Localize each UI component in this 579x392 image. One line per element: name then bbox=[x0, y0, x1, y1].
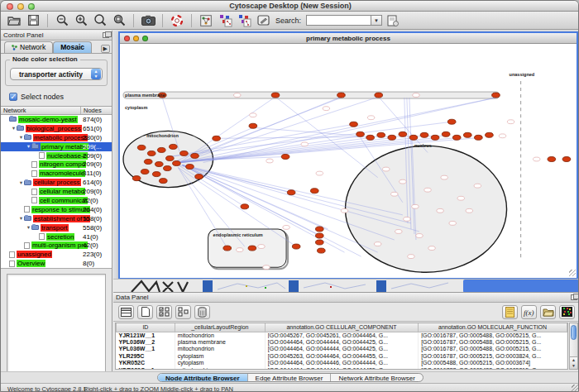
network-node[interactable] bbox=[315, 240, 323, 245]
table-row[interactable]: YPL036W__2plasma membrane[GO:0044464, GO… bbox=[117, 338, 567, 345]
tree-row[interactable]: ▼primary metabo209(... bbox=[1, 142, 112, 151]
network-node[interactable] bbox=[241, 204, 249, 209]
tree-row[interactable]: response to stimulu264(0) bbox=[1, 205, 112, 214]
tree-row[interactable]: nitrogen compo209(0) bbox=[1, 160, 112, 169]
network-node[interactable] bbox=[317, 248, 325, 253]
select-nodes-checkbox[interactable]: ✓ bbox=[9, 93, 17, 101]
tree-row[interactable]: nucleobase-c209(0) bbox=[1, 151, 112, 160]
network-node[interactable] bbox=[377, 132, 385, 137]
table-cell[interactable]: [GO:0045263, GO:0044464, GO:0044455, G..… bbox=[265, 352, 418, 359]
network-node[interactable] bbox=[562, 156, 571, 161]
attribute-dialog-icon[interactable] bbox=[385, 13, 401, 28]
network-node[interactable] bbox=[248, 246, 256, 251]
network-node[interactable] bbox=[144, 159, 152, 164]
network-node[interactable] bbox=[155, 162, 163, 167]
tree-column-network[interactable]: Network bbox=[1, 107, 81, 114]
table-row[interactable]: YLR295Ccytoplasm[GO:0045263, GO:0044464,… bbox=[117, 352, 567, 359]
network-node[interactable] bbox=[409, 135, 418, 140]
table-cell[interactable]: [GO:0044464, GO:0044444, GO:0044425, G..… bbox=[265, 338, 418, 345]
network-node[interactable] bbox=[152, 172, 160, 177]
node-color-select[interactable]: transporter activity ▲▼ bbox=[10, 68, 103, 80]
network-node[interactable] bbox=[492, 93, 500, 98]
network-node[interactable] bbox=[463, 132, 471, 137]
background-window-fragment[interactable] bbox=[376, 280, 386, 292]
table-row[interactable]: YKR052Ccytoplasm[GO:0044464, GO:0044446,… bbox=[117, 360, 567, 366]
network-node[interactable] bbox=[375, 93, 383, 98]
network-node[interactable] bbox=[287, 190, 295, 195]
network-node[interactable] bbox=[213, 136, 221, 141]
network-node[interactable] bbox=[132, 176, 141, 181]
network-window-titlebar[interactable]: primary metabolic process bbox=[120, 33, 577, 44]
unselect-attributes-icon[interactable] bbox=[175, 305, 191, 319]
tree-row[interactable]: ▼transport558(0) bbox=[1, 223, 112, 232]
table-cell[interactable]: YKR052C bbox=[117, 360, 175, 366]
birds-eye-view[interactable] bbox=[7, 274, 106, 376]
expander-icon[interactable]: ▼ bbox=[18, 216, 24, 221]
function-builder-icon[interactable]: f(x) bbox=[521, 305, 537, 319]
annotation-icon[interactable] bbox=[255, 13, 271, 28]
table-scrollbar[interactable]: ▲▼ bbox=[569, 323, 578, 370]
tree-row[interactable]: unassigned223(0) bbox=[1, 250, 112, 259]
network-node[interactable] bbox=[486, 132, 494, 137]
table-cell[interactable]: [GO:0044464, GO:0044446, GO:0044444, G..… bbox=[265, 360, 418, 366]
tree-row[interactable]: mosaic-demo-yeast874(0) bbox=[1, 115, 112, 124]
network-node[interactable] bbox=[137, 145, 146, 150]
camera-icon[interactable] bbox=[140, 13, 156, 28]
network-node[interactable] bbox=[271, 93, 280, 98]
heatmap-icon[interactable] bbox=[559, 305, 575, 319]
table-cell[interactable]: YPL036W__1 bbox=[117, 346, 175, 352]
background-window-fragment[interactable] bbox=[203, 280, 213, 292]
table-cell[interactable]: [GO:0016787, GO:0005488, GO:0005215, G..… bbox=[419, 332, 567, 338]
network-node[interactable] bbox=[399, 131, 407, 136]
table-cell[interactable]: [GO:0016787, GO:0005488, GO:0005215, G..… bbox=[419, 346, 567, 352]
table-cell[interactable]: [GO:0045267, GO:0045261, GO:0044464, G..… bbox=[265, 332, 418, 338]
help-lifesaver-icon[interactable] bbox=[169, 13, 185, 28]
table-cell[interactable]: [GO:0005488, GO:0005215, GO:0003674] bbox=[419, 360, 567, 366]
network-node[interactable] bbox=[173, 161, 181, 166]
network-node[interactable] bbox=[452, 135, 461, 140]
table-cell[interactable]: YPL036W__2 bbox=[117, 338, 175, 345]
network-node[interactable] bbox=[157, 147, 165, 152]
table-cell[interactable]: YJR121W__1 bbox=[117, 332, 175, 338]
network-node[interactable] bbox=[350, 122, 358, 127]
tab-edge-attribute-browser[interactable]: Edge Attribute Browser bbox=[248, 374, 332, 381]
layout-edges-icon[interactable] bbox=[236, 13, 252, 28]
tree-row[interactable]: ▼metabolic process280(0) bbox=[1, 133, 112, 142]
column-header[interactable]: ID bbox=[117, 323, 175, 332]
network-node[interactable] bbox=[170, 144, 178, 149]
network-node[interactable] bbox=[388, 135, 396, 140]
open-file-icon[interactable] bbox=[6, 13, 22, 28]
import-attributes-icon[interactable] bbox=[540, 305, 556, 319]
network-node[interactable] bbox=[195, 174, 203, 179]
network-canvas[interactable]: plasma membranecytoplasmmitochondrionnuc… bbox=[120, 44, 577, 278]
float-data-panel-icon[interactable] bbox=[571, 294, 577, 300]
network-node[interactable] bbox=[315, 227, 323, 232]
background-window-fragment[interactable] bbox=[463, 280, 579, 293]
tree-row[interactable]: cellular metabo209(0) bbox=[1, 187, 112, 196]
expander-icon[interactable]: ▼ bbox=[11, 126, 17, 131]
network-node[interactable] bbox=[166, 155, 175, 160]
network-node[interactable] bbox=[141, 170, 149, 174]
network-node[interactable] bbox=[163, 166, 171, 171]
scrollbar-arrows[interactable]: ▲▼ bbox=[570, 356, 577, 369]
table-cell[interactable]: YLR295C bbox=[117, 352, 175, 359]
tree-row[interactable]: ▼cellular process614(0) bbox=[1, 178, 112, 187]
network-node[interactable] bbox=[356, 131, 365, 136]
attribute-table-icon[interactable] bbox=[118, 305, 134, 319]
network-resize-grip[interactable] bbox=[569, 270, 576, 276]
table-cell[interactable]: [GO:0044464, GO:0044444, GO:0044425, G..… bbox=[265, 346, 418, 352]
expander-icon[interactable]: ▼ bbox=[26, 144, 31, 149]
tree-row[interactable]: ▼establishment of lo558(0) bbox=[1, 214, 112, 223]
expander-icon[interactable]: ▼ bbox=[18, 180, 24, 185]
table-cell[interactable]: YDR039C__1 bbox=[117, 366, 175, 370]
notes-icon[interactable] bbox=[502, 305, 518, 319]
network-node[interactable] bbox=[292, 244, 300, 249]
table-cell[interactable]: [GO:0016787, GO:0005215, GO:0003824, G..… bbox=[419, 352, 567, 359]
table-cell[interactable]: mitochondrion bbox=[175, 332, 265, 338]
table-cell[interactable]: plasma membrane bbox=[175, 338, 265, 345]
network-node[interactable] bbox=[281, 154, 290, 159]
network-node[interactable] bbox=[475, 135, 483, 140]
tree-row[interactable]: multi-organism pro42(0) bbox=[1, 241, 112, 250]
scrollbar-thumb[interactable] bbox=[571, 325, 577, 340]
column-header[interactable]: _cellularLayoutRegion bbox=[175, 323, 265, 332]
